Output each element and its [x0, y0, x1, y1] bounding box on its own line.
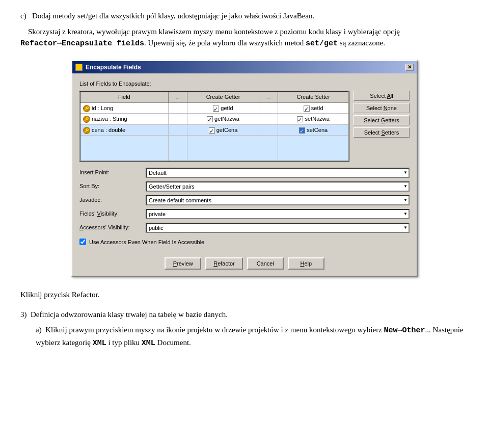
text-a4: Document.: [155, 338, 191, 347]
dialog-body: List of Fields to Encapsulate: Field ...…: [72, 73, 417, 276]
dialog-titlebar: Encapsulate Fields ✕: [72, 61, 417, 73]
empty-cell-1: [80, 136, 168, 161]
sort-by-wrapper[interactable]: Getter/Setter pairs: [146, 181, 410, 192]
preview-button[interactable]: Preview: [165, 257, 201, 270]
dots-nazwa-1: [168, 114, 187, 125]
cancel-button[interactable]: Cancel: [247, 257, 284, 270]
getter-cena-checkbox[interactable]: [209, 127, 215, 134]
dialog-main: Field ... Create Getter ... Create Sette…: [79, 91, 410, 162]
point3: 3): [20, 310, 27, 319]
bottom-line-a: a) Kliknij prawym przyciskiem myszy na i…: [20, 324, 469, 349]
field-icon-id: [83, 105, 90, 112]
text3: Definicja odwzorowania klasy trwałej na …: [31, 310, 228, 319]
intro-text1: Dodaj metody set/get dla wszystkich pól …: [32, 12, 314, 20]
field-cena: cena : double: [80, 124, 168, 136]
insert-point-select[interactable]: Default: [146, 168, 410, 178]
refactor-button[interactable]: Refactor: [205, 257, 243, 270]
getter-nazwa-cell[interactable]: getNazwa: [187, 114, 259, 125]
col-setter: Create Setter: [278, 91, 349, 102]
setter-id-checkbox[interactable]: [304, 106, 310, 112]
table-row: id : Long getId setId: [80, 102, 349, 114]
dots-cena-1: [168, 124, 187, 136]
list-label: List of Fields to Encapsulate:: [79, 80, 410, 88]
fields-vis-wrapper[interactable]: private: [146, 209, 410, 219]
select-getters-button[interactable]: Select Getters: [354, 115, 410, 125]
setter-cena-checkbox[interactable]: [299, 127, 305, 134]
close-button[interactable]: ✕: [405, 64, 414, 71]
insert-point-label: Insert Point:: [79, 168, 146, 177]
javadoc-label: Javadoc:: [79, 196, 146, 204]
intro-text2-end: . Upewnij się, że pola wyboru dla wszyst…: [144, 39, 306, 47]
table-row-empty: [80, 136, 349, 161]
bottom-section: 3) Definicja odwzorowania klasy trwałej …: [20, 309, 469, 350]
col-dots1: ...: [168, 91, 187, 102]
empty-cell-5: [278, 136, 349, 161]
bottom-line3: 3) Definicja odwzorowania klasy trwałej …: [20, 309, 469, 321]
use-accessors-checkbox[interactable]: [79, 239, 86, 245]
refactor-option: Refactor→Encapsulate fields: [20, 39, 144, 48]
fields-vis-select[interactable]: private: [146, 209, 410, 219]
side-buttons: Select All Select None Select Getters Se…: [354, 91, 410, 162]
sort-by-select[interactable]: Getter/Setter pairs: [146, 181, 410, 192]
table-row: nazwa : String getNazwa setNazwa: [80, 114, 349, 125]
empty-cell-3: [187, 136, 259, 161]
intro-line2: Skorzystaj z kreatora, wywołując prawym …: [20, 26, 469, 50]
select-none-button[interactable]: Select None: [354, 103, 410, 113]
intro-text2-start: Skorzystaj z kreatora, wywołując prawym …: [28, 28, 400, 36]
titlebar-left: Encapsulate Fields: [75, 63, 141, 72]
dialog-icon: [75, 64, 83, 71]
fields-vis-label: Fields' Visibility:: [79, 209, 146, 218]
access-vis-select[interactable]: public: [146, 223, 410, 233]
dots-id-2: [259, 102, 278, 114]
getter-nazwa-checkbox[interactable]: [207, 116, 213, 122]
field-id: id : Long: [80, 102, 168, 114]
setter-nazwa-checkbox[interactable]: [297, 116, 303, 122]
empty-cell-2: [168, 136, 187, 161]
field-icon-cena: [83, 127, 90, 134]
dialog-wrapper: Encapsulate Fields ✕ List of Fields to E…: [20, 60, 469, 277]
intro-line1: c) Dodaj metody set/get dla wszystkich p…: [20, 10, 469, 22]
setter-nazwa-cell[interactable]: setNazwa: [278, 114, 349, 125]
access-vis-label: Accessors' Visibility:: [79, 223, 146, 232]
help-button[interactable]: Help: [288, 257, 324, 270]
access-vis-wrapper[interactable]: public: [146, 223, 410, 233]
dots-cena-2: [259, 124, 278, 136]
getter-cena-cell[interactable]: getCena: [187, 124, 259, 136]
setget-code: set/get: [306, 39, 338, 48]
insert-point-wrapper[interactable]: Default: [146, 168, 410, 178]
table-section: Field ... Create Getter ... Create Sette…: [79, 91, 349, 162]
field-icon-nazwa: [83, 116, 90, 123]
field-nazwa: nazwa : String: [80, 114, 168, 125]
form-section: Insert Point: Default Sort By: Getter/Se…: [79, 168, 410, 233]
new-other-code: New→Other: [384, 326, 425, 335]
fields-table: Field ... Create Getter ... Create Sette…: [79, 91, 349, 162]
javadoc-wrapper[interactable]: Create default comments: [146, 195, 410, 205]
text-a3: i typ pliku: [106, 338, 142, 347]
col-field: Field: [80, 91, 168, 102]
intro-c: c): [20, 12, 26, 20]
setter-id-cell[interactable]: setId: [278, 102, 349, 114]
empty-cell-4: [259, 136, 278, 161]
xml-code: XML: [93, 339, 106, 348]
select-all-button[interactable]: Select All: [354, 91, 410, 101]
intro-block: c) Dodaj metody set/get dla wszystkich p…: [20, 10, 469, 50]
use-accessors-label: Use Accessors Even When Field Is Accessi…: [89, 238, 204, 247]
table-row: cena : double getCena setCena: [80, 124, 349, 136]
javadoc-select[interactable]: Create default comments: [146, 195, 410, 205]
xml2-code: XML: [142, 339, 155, 348]
sort-by-label: Sort By:: [79, 182, 146, 191]
kliknij-text: Kliknij przycisk Refactor.: [20, 289, 469, 301]
setter-cena-cell[interactable]: setCena: [278, 124, 349, 136]
col-dots2: ...: [259, 91, 278, 102]
getter-id-checkbox[interactable]: [213, 106, 219, 112]
getter-id-cell[interactable]: getId: [187, 102, 259, 114]
encapsulate-dialog: Encapsulate Fields ✕ List of Fields to E…: [71, 60, 418, 277]
select-setters-button[interactable]: Select Setters: [354, 127, 410, 138]
dots-nazwa-2: [259, 114, 278, 125]
point-a: a): [36, 326, 42, 334]
dialog-footer: Preview Refactor Cancel Help: [79, 253, 410, 270]
text-a1: Kliknij prawym przyciskiem myszy na ikon…: [45, 326, 384, 334]
use-accessors-row[interactable]: Use Accessors Even When Field Is Accessi…: [79, 238, 410, 247]
col-getter: Create Getter: [187, 91, 259, 102]
intro-text2-end2: są zaznaczone.: [338, 39, 385, 47]
